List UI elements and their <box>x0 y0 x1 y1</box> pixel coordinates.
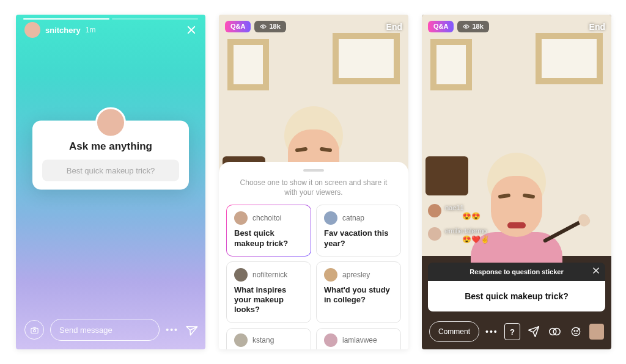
svg-point-3 <box>466 26 467 27</box>
send-icon[interactable] <box>526 324 541 340</box>
close-icon[interactable] <box>592 266 600 275</box>
live-chat: nae11 😍😍 emilie.talermo 😍❤️✌️ <box>428 202 490 243</box>
chat-message[interactable]: nae11 😍😍 <box>428 202 490 220</box>
chat-reaction: 😍❤️✌️ <box>462 236 490 243</box>
end-button[interactable]: End <box>386 22 402 32</box>
face-filter-icon[interactable] <box>547 324 562 340</box>
message-input[interactable]: Send message <box>50 319 160 341</box>
viewer-count: 18k <box>269 23 280 30</box>
avatar <box>324 211 337 225</box>
camera-icon[interactable] <box>24 320 44 340</box>
avatar <box>95 107 126 138</box>
response-label: Response to question sticker <box>470 268 563 275</box>
svg-point-2 <box>263 26 264 27</box>
question-user: nofilternick <box>252 271 287 279</box>
svg-point-4 <box>550 329 556 335</box>
chat-reaction: 😍😍 <box>462 213 481 220</box>
chat-username: nae11 <box>445 204 464 211</box>
svg-rect-0 <box>31 328 37 333</box>
question-text: What'd you study in college? <box>324 285 393 305</box>
svg-point-7 <box>574 330 575 332</box>
question-user: chchoitoi <box>252 214 281 222</box>
send-icon[interactable] <box>183 322 199 338</box>
more-icon[interactable]: ••• <box>485 327 498 337</box>
live-footer: Comment ••• ? <box>422 321 611 342</box>
sheet-hint: Choose one to show it on screen and shar… <box>225 178 402 197</box>
question-card[interactable]: chchoitoi Best quick makeup trick? <box>226 205 311 257</box>
question-card[interactable]: catnap Fav vacation this year? <box>316 205 401 257</box>
question-list: chchoitoi Best quick makeup trick? catna… <box>225 205 402 349</box>
question-user: iamiavwee <box>342 336 377 344</box>
avatar <box>234 211 248 225</box>
svg-point-8 <box>576 330 578 332</box>
end-button[interactable]: End <box>589 22 605 32</box>
sheet-grab-handle[interactable] <box>303 169 324 172</box>
viewer-badge: 18k <box>457 21 488 32</box>
avatar[interactable] <box>24 22 40 38</box>
qa-badge: Q&A <box>428 21 454 32</box>
story-header: snitchery 1m <box>16 15 205 45</box>
avatar <box>428 204 441 217</box>
close-icon[interactable] <box>186 24 197 35</box>
svg-point-5 <box>554 329 561 335</box>
avatar <box>234 268 248 282</box>
question-sticker[interactable]: Ask me anything Best quick makeup trick? <box>32 121 189 190</box>
question-card[interactable]: apresley What'd you study in college? <box>316 261 401 323</box>
avatar <box>428 227 441 241</box>
question-user: apresley <box>342 271 370 279</box>
question-sticker-title: Ask me anything <box>42 140 179 153</box>
story-time: 1m <box>86 26 96 34</box>
story-question-screen: snitchery 1m Ask me anything Best quick … <box>16 15 205 349</box>
media-thumbnail[interactable] <box>589 324 604 340</box>
response-text: Best quick makeup trick? <box>465 291 569 301</box>
response-sticker-body[interactable]: Best quick makeup trick? <box>428 281 605 311</box>
story-username[interactable]: snitchery <box>45 26 81 35</box>
chat-username: emilie.talermo <box>445 227 487 235</box>
question-card[interactable]: iamiavwee <box>316 328 401 349</box>
question-text: What inspires your makeup looks? <box>234 285 303 315</box>
question-sticker-input[interactable]: Best quick makeup trick? <box>42 160 179 181</box>
live-answer-screen: Q&A 18k End nae11 😍😍 emilie.talermo 😍❤️✌… <box>422 15 611 349</box>
question-user: catnap <box>342 214 364 222</box>
question-card[interactable]: nofilternick What inspires your makeup l… <box>226 261 311 323</box>
live-qa-picker-screen: Q&A 18k End Choose one to show it on scr… <box>219 15 408 349</box>
viewer-badge: 18k <box>254 21 285 32</box>
question-card[interactable]: kstang <box>226 328 311 349</box>
effect-icon[interactable] <box>568 324 583 340</box>
qa-badge: Q&A <box>225 21 251 32</box>
comment-input[interactable]: Comment <box>429 321 479 342</box>
svg-point-1 <box>33 329 35 332</box>
question-icon[interactable]: ? <box>504 323 520 340</box>
question-user: kstang <box>252 336 274 344</box>
story-footer: Send message ••• <box>16 319 205 341</box>
more-icon[interactable]: ••• <box>166 325 179 335</box>
live-header: Q&A 18k End <box>225 21 402 32</box>
viewer-count: 18k <box>472 23 483 30</box>
question-text: Best quick makeup trick? <box>234 228 303 249</box>
avatar <box>324 268 337 282</box>
question-picker-sheet[interactable]: Choose one to show it on screen and shar… <box>219 162 408 349</box>
live-header: Q&A 18k End <box>428 21 605 32</box>
chat-message[interactable]: emilie.talermo 😍❤️✌️ <box>428 225 490 243</box>
avatar <box>324 333 337 347</box>
response-sticker-header: Response to question sticker <box>428 263 605 281</box>
avatar <box>234 333 248 347</box>
question-text: Fav vacation this year? <box>324 228 393 249</box>
